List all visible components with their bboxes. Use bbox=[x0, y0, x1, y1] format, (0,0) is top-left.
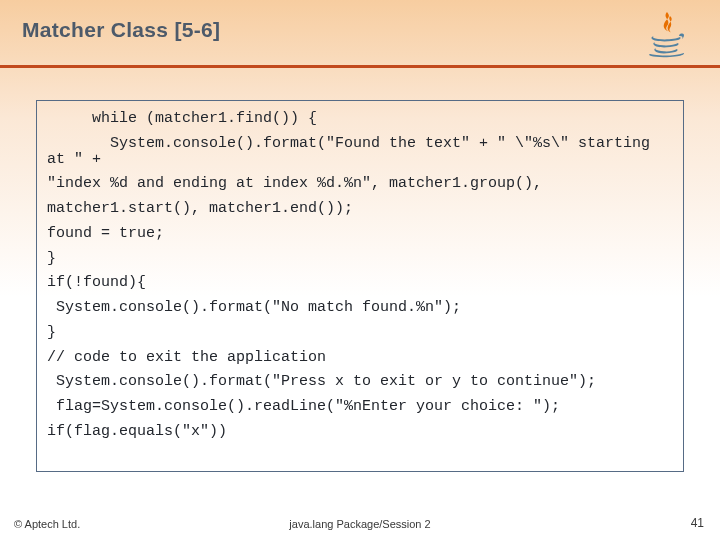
code-snippet-box: while (matcher1.find()) { System.console… bbox=[36, 100, 684, 472]
footer-center: java.lang Package/Session 2 bbox=[289, 518, 430, 530]
code-line: } bbox=[45, 321, 675, 346]
code-line: if(flag.equals("x")) bbox=[45, 420, 675, 445]
code-line: matcher1.start(), matcher1.end()); bbox=[45, 197, 675, 222]
java-logo-icon bbox=[640, 6, 694, 60]
code-line: // code to exit the application bbox=[45, 346, 675, 371]
code-line: System.console().format("No match found.… bbox=[45, 296, 675, 321]
slide-title: Matcher Class [5-6] bbox=[22, 18, 720, 42]
slide: Matcher Class [5-6] while (matcher1.find… bbox=[0, 0, 720, 540]
code-line: } bbox=[45, 247, 675, 272]
code-line: System.console().format("Found the text"… bbox=[45, 132, 675, 173]
code-line: while (matcher1.find()) { bbox=[45, 107, 675, 132]
slide-footer: © Aptech Ltd. java.lang Package/Session … bbox=[0, 508, 720, 540]
code-line: "index %d and ending at index %d.%n", ma… bbox=[45, 172, 675, 197]
code-line: if(!found){ bbox=[45, 271, 675, 296]
code-line: found = true; bbox=[45, 222, 675, 247]
code-line: flag=System.console().readLine("%nEnter … bbox=[45, 395, 675, 420]
code-line: System.console().format("Press x to exit… bbox=[45, 370, 675, 395]
footer-page-number: 41 bbox=[691, 516, 704, 530]
title-bar: Matcher Class [5-6] bbox=[0, 0, 720, 68]
footer-copyright: © Aptech Ltd. bbox=[14, 518, 80, 530]
